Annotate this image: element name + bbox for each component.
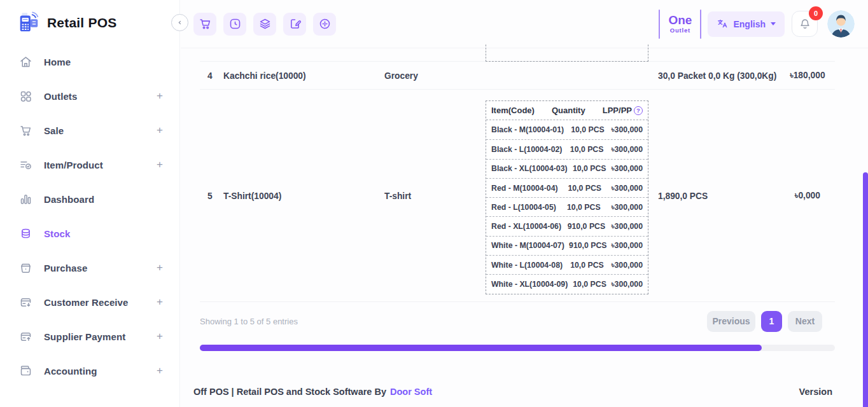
variant-qty: 10,0 PCS	[570, 261, 604, 270]
plus-icon: +	[157, 330, 163, 343]
card-send-icon	[19, 330, 34, 343]
card-receive-icon	[19, 296, 34, 309]
variant-code: Black - L(10004-02)	[491, 145, 562, 154]
quick-register-button[interactable]	[283, 13, 306, 36]
main-content: 4 Kachchi rice(10000) Grocery 30,0 Packe…	[181, 48, 868, 407]
footer: Off POS | Retail POS and Stock Software …	[193, 387, 832, 397]
layers-icon	[258, 17, 272, 31]
sidebar-item-supplier-payment[interactable]: Supplier Payment +	[0, 319, 179, 354]
item-value: ৳180,000	[773, 71, 843, 81]
variant-price: ৳300,000	[612, 241, 643, 250]
row-number: 4	[207, 71, 213, 80]
outlet-label: Outlet	[668, 27, 692, 34]
variant-qty: 10,0 PCS	[573, 280, 606, 289]
sidebar-item-purchase[interactable]: Purchase +	[0, 251, 179, 285]
outlet-indicator: One Outlet	[659, 8, 701, 40]
page-1-button[interactable]: 1	[761, 311, 782, 332]
chevron-down-icon	[771, 22, 776, 25]
bell-icon	[798, 17, 812, 31]
sidebar-item-home[interactable]: Home	[0, 45, 179, 79]
variant-header-item: Item(Code)	[491, 106, 535, 115]
previous-page-button[interactable]: Previous	[707, 311, 755, 332]
row-number: 5	[207, 191, 213, 200]
variant-row: Black - XL(10004-03)10,0 PCS৳300,000	[486, 159, 648, 178]
variant-row: Black - L(10004-02)10,0 PCS৳300,000	[486, 139, 648, 158]
app-logo[interactable]: Retail POS	[0, 0, 179, 45]
notifications-button[interactable]: 0	[792, 11, 818, 37]
item-list-icon	[19, 158, 34, 172]
item-value: ৳0,000	[773, 191, 843, 201]
horizontal-scrollbar-track[interactable]	[200, 345, 835, 351]
notification-badge: 0	[809, 6, 823, 20]
divider	[700, 10, 701, 39]
translate-icon	[717, 18, 729, 30]
variant-price: ৳300,000	[612, 184, 643, 193]
plus-icon: +	[157, 124, 163, 137]
variant-price: ৳300,000	[612, 280, 643, 289]
quick-sale-button[interactable]	[193, 13, 216, 36]
sidebar-item-customer-receive[interactable]: Customer Receive +	[0, 285, 179, 319]
variant-price: ৳300,000	[612, 164, 643, 173]
item-name: T-Shirt(10004)	[223, 191, 281, 200]
variant-code: Red - XL(10004-06)	[491, 222, 561, 231]
item-quantity: 30,0 Packet 0,0 Kg (300,0Kg)	[658, 71, 776, 80]
variant-code: White - M(10004-07)	[491, 241, 564, 250]
pos-machine-logo-icon	[17, 11, 41, 35]
sidebar-item-label: Item/Product	[44, 160, 103, 170]
variant-qty: 10,0 PCS	[573, 164, 606, 173]
next-page-button[interactable]: Next	[788, 311, 822, 332]
outlet-count: One	[668, 14, 692, 27]
variant-code: White - L(10004-08)	[491, 261, 563, 270]
horizontal-scrollbar-thumb[interactable]	[200, 345, 762, 351]
variant-table-header: Item(Code) Quantity LPP/PP ?	[486, 101, 648, 120]
user-avatar[interactable]	[827, 10, 855, 38]
plus-icon: +	[157, 261, 163, 274]
help-icon[interactable]: ?	[634, 106, 643, 115]
variant-price: ৳300,000	[612, 145, 643, 154]
variant-qty: 10,0 PCS	[571, 125, 605, 134]
quick-stock-button[interactable]	[253, 13, 276, 36]
version-label: Version	[799, 387, 832, 397]
variant-code: Red - L(10004-05)	[491, 203, 556, 212]
clock-icon	[228, 17, 242, 31]
variant-header-lpp: LPP/PP	[603, 106, 632, 115]
sidebar-item-label: Accounting	[44, 366, 97, 376]
table-row[interactable]: 4 Kachchi rice(10000) Grocery 30,0 Packe…	[200, 62, 835, 90]
wallet-icon	[19, 364, 34, 378]
language-selector[interactable]: English	[708, 11, 785, 37]
sidebar-item-sale[interactable]: Sale +	[0, 113, 179, 148]
language-label: English	[733, 19, 766, 29]
item-name: Kachchi rice(10000)	[223, 71, 306, 80]
quick-support-button[interactable]	[313, 13, 336, 36]
sidebar-item-label: Sale	[44, 125, 64, 136]
table-row[interactable]: 5 T-Shirt(10004) T-shirt 1,890,0 PCS ৳0,…	[200, 90, 835, 302]
bar-chart-icon	[19, 193, 34, 206]
variant-row: Black - M(10004-01)10,0 PCS৳300,000	[486, 120, 648, 139]
variant-qty: 10,0 PCS	[570, 145, 604, 154]
plus-icon: +	[157, 90, 163, 102]
sidebar-item-dashboard[interactable]: Dashboard	[0, 182, 179, 216]
footer-brand-link[interactable]: Door Soft	[390, 387, 432, 397]
variant-row: Red - L(10004-05)10,0 PCS৳300,000	[486, 197, 648, 216]
sidebar-menu: Home Outlets + Sale + Item/Product +	[0, 45, 179, 407]
sidebar-item-label: Customer Receive	[44, 297, 129, 308]
sidebar-item-item-product[interactable]: Item/Product +	[0, 148, 179, 182]
sidebar-item-outlets[interactable]: Outlets +	[0, 79, 179, 113]
quick-time-button[interactable]	[223, 13, 246, 36]
sidebar-item-label: Stock	[44, 228, 70, 239]
sidebar-item-partial[interactable]	[0, 388, 179, 407]
variant-code: Red - M(10004-04)	[491, 184, 558, 193]
vertical-scrollbar-thumb[interactable]	[863, 172, 868, 407]
sidebar-collapse-button[interactable]	[171, 14, 188, 31]
cart-icon	[19, 124, 34, 137]
variant-table: Item(Code) Quantity LPP/PP ? Black - M(1…	[486, 100, 648, 294]
stock-table: 4 Kachchi rice(10000) Grocery 30,0 Packe…	[200, 48, 835, 340]
footer-text: Off POS | Retail POS and Stock Software …	[193, 387, 386, 397]
sidebar-item-label: Purchase	[44, 263, 87, 273]
sidebar-item-accounting[interactable]: Accounting +	[0, 354, 179, 388]
support-icon	[318, 17, 332, 31]
sidebar-item-stock[interactable]: Stock	[0, 216, 179, 251]
item-category: Grocery	[384, 71, 418, 80]
plus-icon: +	[157, 364, 163, 377]
register-edit-icon	[288, 17, 302, 31]
